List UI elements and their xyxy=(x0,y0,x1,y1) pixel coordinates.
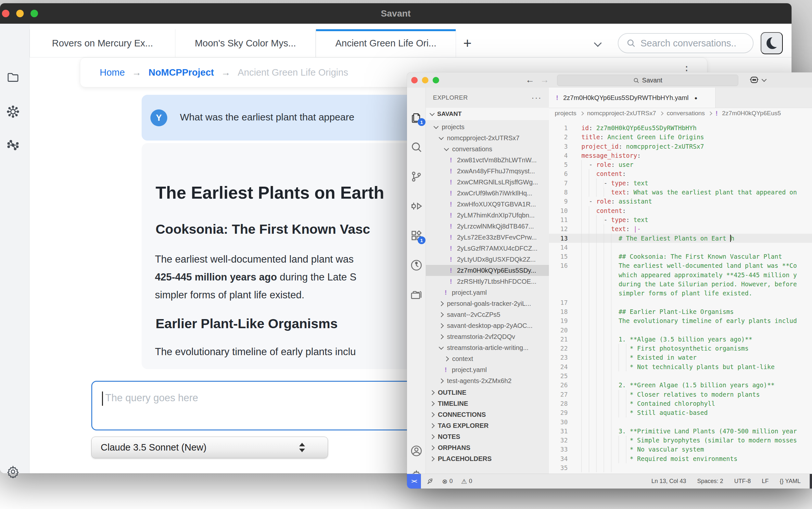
forward-arrow-icon[interactable]: → xyxy=(540,75,549,85)
user-message-text: What was the earliest plant that appeare xyxy=(180,112,354,123)
code-line: 5- role: user xyxy=(549,160,812,169)
tree-item[interactable]: !2yLs72Ee33zBVFevCPrw... xyxy=(426,232,549,243)
command-center-search[interactable]: Savant xyxy=(557,75,738,86)
tree-item[interactable]: !2yLM7himKdnXIp7Ufqbn... xyxy=(426,210,549,221)
status-item[interactable]: Ln 13, Col 43 xyxy=(651,478,686,485)
rocket-launch-icon[interactable] xyxy=(426,478,433,485)
savant-titlebar[interactable]: Savant xyxy=(0,3,791,24)
run-debug-icon[interactable] xyxy=(410,200,423,213)
search-activity-icon[interactable] xyxy=(410,141,423,154)
editor-breadcrumbs[interactable]: projects nomcpproject-2xUTRSx7 conversat… xyxy=(549,108,812,119)
sidebar-section-connections[interactable]: CONNECTIONS xyxy=(426,409,549,420)
extensions-icon[interactable]: 1 xyxy=(410,229,423,242)
tab-moons-sky-color[interactable]: Moon's Sky Color Mys... xyxy=(175,29,316,57)
search-placeholder: Search conversations.. xyxy=(641,38,736,49)
breadcrumb-arrow-icon: → xyxy=(132,67,141,78)
breadcrumb-project[interactable]: NoMCPProject xyxy=(149,67,214,78)
minimize-button[interactable] xyxy=(422,77,428,83)
tab-ancient-green-life[interactable]: Ancient Green Life Ori... xyxy=(316,29,456,57)
close-button[interactable] xyxy=(411,77,418,83)
tree-item[interactable]: !project.yaml xyxy=(426,364,549,375)
breadcrumb-home[interactable]: Home xyxy=(100,67,125,78)
close-button[interactable] xyxy=(2,10,9,17)
tree-item[interactable]: !2zRSHtly7LtbsHhFDCOE... xyxy=(426,276,549,287)
tree-item[interactable]: nomcpproject-2xUTRSx7 xyxy=(426,132,549,143)
code-line: 2title: Ancient Green Life Origins xyxy=(549,132,812,141)
sidebar-section-notes[interactable]: NOTES xyxy=(426,431,549,442)
settings-gear-icon[interactable] xyxy=(6,465,20,478)
code-line: 7- type: text xyxy=(549,178,812,188)
tree-item[interactable]: !2xwAn48yFFhuJ7mqsyst... xyxy=(426,166,549,177)
status-item[interactable]: LF xyxy=(762,478,769,485)
new-tab-button[interactable]: + xyxy=(456,29,479,57)
warnings-status[interactable]: ⚠ 0 xyxy=(461,477,472,485)
tree-item[interactable]: streamstoria-article-writing... xyxy=(426,342,549,353)
errors-status[interactable]: ⊗ 0 xyxy=(442,477,453,485)
tree-item-label: context xyxy=(452,355,473,363)
extensions-badge: 1 xyxy=(418,236,425,244)
remote-explorer-icon[interactable] xyxy=(410,288,423,301)
dark-mode-toggle[interactable] xyxy=(761,32,783,54)
explorer-activity-icon[interactable]: 1 xyxy=(410,111,423,124)
tree-item[interactable]: test-agents-2xZMx6h2 xyxy=(426,375,549,386)
copilot-menu[interactable] xyxy=(749,75,766,85)
conversation-search[interactable]: Search conversations.. xyxy=(618,33,753,53)
warning-bang-icon: ! xyxy=(450,212,453,219)
tree-item-label: test-agents-2xZMx6h2 xyxy=(447,377,512,385)
remote-indicator[interactable]: >< xyxy=(407,474,421,488)
chevron-down-icon xyxy=(439,135,444,140)
code-line: 4message_history: xyxy=(549,151,812,160)
status-item[interactable]: {} YAML xyxy=(780,478,801,485)
source-control-icon[interactable] xyxy=(410,170,423,183)
maximize-button[interactable] xyxy=(31,10,38,17)
tree-item[interactable]: !2xw81vctVm8bZhLWTnW... xyxy=(426,155,549,166)
sidebar-section-placeholders[interactable]: PLACEHOLDERS xyxy=(426,453,549,464)
section-label: ORPHANS xyxy=(438,444,470,451)
tree-item[interactable]: savant-desktop-app-2yAOC... xyxy=(426,320,549,331)
tree-item[interactable]: streamstoria-2vf2QDQv xyxy=(426,331,549,342)
folder-icon[interactable] xyxy=(6,71,20,84)
back-arrow-icon[interactable]: ← xyxy=(525,75,534,85)
account-icon[interactable] xyxy=(410,444,423,457)
editor-tab-yaml[interactable]: ! 2z7m0H0kQYp6Eus5SDyRWTHbHYh.yaml ● xyxy=(549,88,716,108)
sidebar-section-timeline[interactable]: TIMELINE xyxy=(426,398,549,409)
hub-icon[interactable] xyxy=(6,105,20,118)
tree-item[interactable]: !project.yaml xyxy=(426,287,549,298)
tab-list-chevron-icon[interactable] xyxy=(594,39,602,47)
maximize-button[interactable] xyxy=(433,77,439,83)
timeline-circle-icon[interactable] xyxy=(410,259,423,272)
tree-item[interactable]: !2yLrzcwlNMkQj8dTB467... xyxy=(426,221,549,232)
sidebar-section-orphans[interactable]: ORPHANS xyxy=(426,442,549,453)
tree-item[interactable]: !2yLtyUDx8gUSXFDQk2Z... xyxy=(426,254,549,265)
network-icon[interactable] xyxy=(6,139,20,151)
editor-tabstrip: ! 2z7m0H0kQYp6Eus5SDyRWTHbHYh.yaml ● xyxy=(549,88,812,108)
code-line: 16The earliest well-documented land plan… xyxy=(549,261,812,270)
sidebar-section-outline[interactable]: OUTLINE xyxy=(426,387,549,398)
chevron-right-icon xyxy=(430,456,435,461)
tree-item[interactable]: !2xwCMRGNlLsLRjsffGWg... xyxy=(426,177,549,188)
tree-item[interactable]: !2xwCrUf9lw6h7iWrkIlHq... xyxy=(426,188,549,199)
tree-item[interactable]: !2yLsGzfR7AMXU4cDFCZ... xyxy=(426,243,549,254)
tree-item[interactable]: !2xwHfoXUXQ9TGBVA1R... xyxy=(426,199,549,210)
status-item[interactable]: Spaces: 2 xyxy=(697,478,723,485)
explorer-root-section[interactable]: SAVANT xyxy=(426,108,549,120)
breadcrumb-current: Ancient Green Life Origins xyxy=(238,67,348,78)
tree-item-label: 2yLtyUDx8gUSXFDQk2Z... xyxy=(457,256,535,263)
minimize-button[interactable] xyxy=(16,10,24,17)
code-editor[interactable]: 1id: 2z7m0H0kQYp6Eus5SDyRWTHbHYh2title: … xyxy=(549,123,812,474)
sidebar-section-tag-explorer[interactable]: TAG EXPLORER xyxy=(426,420,549,431)
tab-label: Moon's Sky Color Mys... xyxy=(195,38,296,49)
tree-item[interactable]: conversations xyxy=(426,143,549,155)
status-item[interactable]: UTF-8 xyxy=(735,478,751,485)
status-corner-block xyxy=(810,474,812,488)
tree-item[interactable]: context xyxy=(426,353,549,364)
vscode-titlebar[interactable]: ← → Savant xyxy=(407,72,812,88)
tree-item[interactable]: savant--2vCcZPs5 xyxy=(426,309,549,320)
explorer-more-icon[interactable]: ··· xyxy=(531,93,542,103)
tree-item[interactable]: !2z7m0H0kQYp6Eus5SDy... xyxy=(426,265,549,276)
model-select[interactable]: Claude 3.5 Sonnet (New) xyxy=(91,437,328,459)
modified-dot-icon: ● xyxy=(694,95,697,101)
tab-rovers-on-mercury[interactable]: Rovers on Mercury Ex... xyxy=(30,29,175,57)
tree-item[interactable]: projects xyxy=(426,122,549,132)
tree-item[interactable]: personal-goals-tracker-2yiL... xyxy=(426,298,549,309)
